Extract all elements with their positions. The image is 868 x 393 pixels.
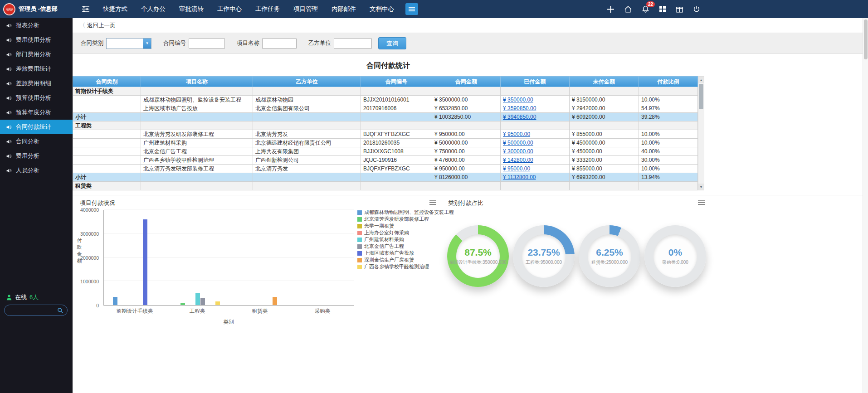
chevron-down-icon[interactable]: ▼ [143, 39, 151, 49]
sidebar-item[interactable]: 费用使用分析 [0, 33, 73, 47]
table-cell: BJJX20101016001 [361, 96, 432, 104]
sidebar-search-input[interactable] [8, 307, 57, 314]
paid-amount-link[interactable]: ¥ 350000.00 [503, 97, 533, 103]
speaker-icon [6, 139, 12, 145]
sidebar-item[interactable]: 人员分析 [0, 163, 73, 178]
contract-type-select[interactable]: ▼ [106, 38, 151, 49]
nav-item[interactable]: 项目管理 [287, 0, 325, 18]
home-icon[interactable] [624, 5, 632, 13]
legend-item[interactable]: 广西各乡镇学校甲醛检测治理 [357, 263, 454, 270]
sidebar-item[interactable]: 预算使用分析 [0, 91, 73, 105]
donut-label: 前期设计手续类:350000.000 [449, 259, 507, 266]
menu-toggle-icon[interactable] [82, 5, 90, 13]
table-cell: ¥ 1132800.00 [501, 173, 570, 182]
paid-amount-link[interactable]: ¥ 95000.00 [503, 165, 530, 172]
table-cell: 小计 [73, 113, 141, 121]
sidebar-item[interactable]: 差旅费用统计 [0, 62, 73, 76]
legend-label: 北京清芳秀发研发部装修工程 [364, 216, 429, 223]
legend-item[interactable]: 光学一期租赁 [357, 223, 454, 229]
paid-amount-link[interactable]: ¥ 3590850.00 [503, 105, 536, 112]
legend-item[interactable]: 成都森林动物园照明、监控设备安装工程 [357, 209, 454, 216]
legend-item[interactable]: 深圳金信生产厂房租赁 [357, 257, 454, 263]
plus-icon[interactable] [607, 5, 614, 13]
bar-slot [305, 210, 310, 305]
bar-slot [330, 210, 335, 305]
party-b-input[interactable] [334, 39, 372, 49]
bell-icon[interactable]: 22 [642, 5, 649, 13]
filter-bar: 合同类别 ▼ 合同编号 项目名称 乙方单位 查询 [73, 33, 868, 54]
paid-amount-link[interactable]: ¥ 3940850.00 [503, 114, 536, 120]
chart-menu-icon[interactable] [429, 199, 436, 206]
bar-slot [238, 210, 243, 305]
paid-amount-link[interactable]: ¥ 500000.00 [503, 140, 533, 146]
nav-more-button[interactable] [405, 3, 418, 15]
project-name-input[interactable] [262, 39, 297, 49]
scrollbar-track[interactable] [698, 83, 704, 184]
nav-item[interactable]: 工作中心 [210, 0, 249, 18]
contract-no-input[interactable] [189, 39, 225, 49]
donut-label: 采购类:0.000 [662, 259, 688, 266]
back-link[interactable]: 〈 返回上一页 [73, 18, 868, 33]
sidebar-item[interactable]: 报表分析 [0, 18, 73, 33]
table-cell: 成都森林动物园 [253, 96, 361, 104]
table-cell [361, 87, 432, 96]
page-scrollbar[interactable] [863, 18, 868, 393]
table-scrollbar[interactable]: ▲ ▼ [698, 76, 704, 190]
sidebar-item[interactable]: 部门费用分析 [0, 47, 73, 62]
donut-percent: 23.75% [527, 247, 560, 258]
table-cell: ¥ 95000.00 [501, 130, 570, 139]
query-button[interactable]: 查询 [378, 37, 406, 49]
table-section: 合同付款统计 合同类别项目名称乙方单位合同编号合同金额已付金额未付金额付款比例 … [73, 54, 868, 190]
table-cell: ¥ 350000.00 [501, 96, 570, 104]
nav-item[interactable]: 审批流转 [172, 0, 210, 18]
legend-item[interactable]: 上海办公室灯饰采购 [357, 229, 454, 236]
scroll-up-icon[interactable]: ▲ [698, 77, 704, 83]
table-cell: 北京清芳秀发 [253, 130, 361, 139]
search-icon[interactable] [57, 307, 63, 314]
donut-percent: 0% [668, 247, 682, 258]
bar-slot [205, 210, 210, 305]
paid-amount-link[interactable]: ¥ 95000.00 [503, 131, 530, 137]
table-cell: 工程类 [73, 121, 141, 130]
paid-amount-link[interactable]: ¥ 142800.00 [503, 157, 533, 163]
y-tick-label: 2000000 [80, 255, 99, 261]
sidebar-item-label: 预算使用分析 [16, 94, 51, 102]
table-cell: ¥ 300000.00 [501, 147, 570, 156]
table-row: 北京清芳秀发研发部装修工程北京清芳秀发BJQFXFYFBZXGC¥ 950000… [73, 130, 698, 139]
scroll-down-icon[interactable]: ▼ [698, 184, 704, 190]
legend-item[interactable]: 广州建筑材料采购 [357, 236, 454, 243]
bar-slot [215, 210, 220, 305]
legend-item[interactable]: 北京金信广告工程 [357, 243, 454, 250]
power-icon[interactable] [693, 5, 700, 13]
nav-item[interactable]: 个人办公 [134, 0, 172, 18]
nav-item[interactable]: 内部邮件 [325, 0, 363, 18]
paid-amount-link[interactable]: ¥ 300000.00 [503, 148, 533, 155]
table-cell: 10.00% [639, 130, 698, 139]
table-cell: ¥ 4500000.00 [570, 139, 639, 147]
nav-item[interactable]: 快捷方式 [96, 0, 134, 18]
legend-item[interactable]: 北京清芳秀发研发部装修工程 [357, 216, 454, 223]
paid-amount-link[interactable]: ¥ 1132800.00 [503, 174, 536, 180]
table-cell: ¥ 95000.00 [501, 165, 570, 173]
page-scrollbar-thumb[interactable] [864, 19, 868, 59]
table-cell: 13.94% [639, 173, 698, 182]
sidebar-item[interactable]: 差旅费用明细 [0, 76, 73, 91]
table-cell: 30.00% [639, 156, 698, 165]
sidebar-item[interactable]: 预算年度分析 [0, 105, 73, 120]
sidebar-item[interactable]: 合同分析 [0, 134, 73, 149]
table-cell [501, 182, 570, 190]
main-content: 〈 返回上一页 合同类别 ▼ 合同编号 项目名称 乙方单位 查询 合同付款统计 … [73, 18, 868, 393]
gift-icon[interactable] [676, 5, 683, 13]
chart-menu-icon[interactable] [698, 199, 705, 206]
brand: ◎◎ 管理员 -信息部 [0, 3, 73, 15]
sidebar-item[interactable]: 费用分析 [0, 149, 73, 163]
nav-item[interactable]: 工作任务 [249, 0, 287, 18]
table-cell: 10.00% [639, 139, 698, 147]
sidebar-item[interactable]: 合同付款统计 [0, 120, 73, 134]
nav-item[interactable]: 文档中心 [363, 0, 401, 18]
table-row: 工程类 [73, 121, 698, 130]
scrollbar-thumb[interactable] [699, 84, 703, 109]
legend-item[interactable]: 上海区域市场广告投放 [357, 250, 454, 257]
legend-label: 北京金信广告工程 [364, 243, 404, 250]
grid-icon[interactable] [659, 5, 666, 13]
